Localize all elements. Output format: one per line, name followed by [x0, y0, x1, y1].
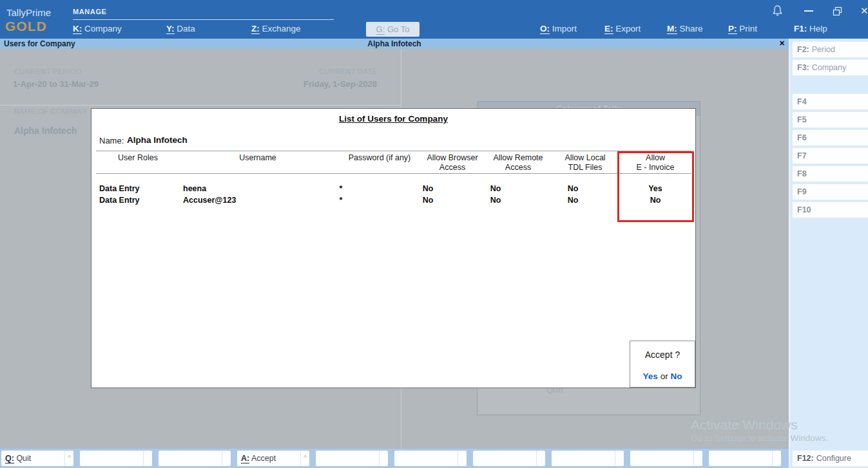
- accept-expand-caret[interactable]: ^: [300, 451, 309, 466]
- empty-action-slot: [80, 451, 152, 466]
- name-label: Name:: [99, 136, 124, 145]
- divider-line: [0, 105, 401, 106]
- empty-action-slot: [316, 451, 388, 466]
- minimize-icon[interactable]: [804, 0, 813, 22]
- strip-company-name: Alpha Infotech: [0, 39, 789, 48]
- accept-no-link[interactable]: No: [670, 371, 682, 381]
- col-header-allow-tdl: Allow LocalTDL Files: [564, 153, 605, 173]
- col-header-allow-remote: Allow RemoteAccess: [493, 153, 543, 173]
- empty-action-slot: [159, 451, 231, 466]
- menu-export[interactable]: E Export: [604, 24, 641, 33]
- col-header-password: Password (if any): [349, 153, 411, 163]
- quit-button[interactable]: Q Quit ^: [1, 451, 73, 466]
- sidebar-f9[interactable]: F9: [792, 183, 868, 200]
- table-header-top-rule: [96, 151, 691, 151]
- sidebar-f5[interactable]: F5: [792, 111, 868, 128]
- sidebar-f2-period[interactable]: F2Period: [792, 41, 868, 58]
- notification-bell-icon[interactable]: [772, 0, 783, 22]
- menu-print[interactable]: P Print: [728, 24, 757, 33]
- product-name: TallyPrime: [6, 7, 51, 18]
- col-header-user-roles: User Roles: [118, 153, 158, 163]
- users-list-dialog: List of Users for Company Name: Alpha In…: [91, 108, 696, 388]
- manage-section-label: MANAGE: [73, 8, 107, 15]
- function-key-sidebar: F2Period F3Company F4 F5 F6 F7 F8 F9 F10…: [789, 39, 868, 468]
- menu-data[interactable]: Y Data: [166, 24, 195, 33]
- empty-action-slot: [552, 451, 624, 466]
- name-of-company-label: NAME OF COMPANY: [14, 108, 88, 115]
- company-name-dimmed: Alpha Infotech: [14, 126, 77, 136]
- name-value: Alpha Infotech: [127, 135, 188, 145]
- sidebar-f7[interactable]: F7: [792, 147, 868, 164]
- manage-underline: [73, 19, 334, 20]
- empty-action-slot: [394, 451, 467, 466]
- current-date-value: Friday, 1-Sep-2028: [245, 79, 377, 89]
- current-date-label: CURRENT DATE: [245, 68, 377, 75]
- dialog-title: List of Users for Company: [92, 114, 695, 124]
- quit-expand-caret[interactable]: ^: [64, 451, 73, 466]
- menu-company[interactable]: K Company: [73, 24, 122, 33]
- bottom-action-bar: Q Quit ^ A Accept ^: [0, 449, 789, 468]
- col-header-allow-browser: Allow BrowserAccess: [427, 153, 477, 173]
- empty-action-slot: [473, 451, 545, 466]
- accept-or-text: or: [661, 371, 668, 381]
- empty-action-slot: [630, 451, 702, 466]
- accept-options: Yes or No: [630, 371, 695, 381]
- sidebar-f8[interactable]: F8: [792, 165, 868, 182]
- menu-go-to[interactable]: G Go To: [366, 22, 420, 37]
- accept-button[interactable]: A Accept ^: [237, 451, 309, 466]
- einvoice-column-highlight: [617, 151, 694, 222]
- current-period-value: 1-Apr-20 to 31-Mar-29: [13, 79, 99, 89]
- empty-action-slot: [709, 451, 781, 466]
- accept-confirmation-box: Accept ? Yes or No: [630, 341, 695, 388]
- table-header-bottom-rule: [96, 173, 691, 174]
- col-header-username: Username: [239, 153, 276, 163]
- product-edition: GOLD: [5, 19, 47, 34]
- screen-title: Users for Company: [4, 39, 75, 48]
- close-window-icon[interactable]: ✕: [860, 0, 868, 22]
- menu-help[interactable]: F1 Help: [794, 24, 827, 33]
- restore-window-icon[interactable]: [833, 0, 842, 22]
- sidebar-f6[interactable]: F6: [792, 129, 868, 146]
- accept-question: Accept ?: [630, 350, 695, 360]
- sidebar-f4[interactable]: F4: [792, 93, 868, 110]
- current-period-label: CURRENT PERIOD: [14, 68, 81, 75]
- accept-yes-link[interactable]: Yes: [643, 371, 658, 381]
- menu-import[interactable]: O Import: [540, 24, 577, 33]
- menu-exchange[interactable]: Z Exchange: [251, 24, 301, 33]
- tallyprime-window: TallyPrime GOLD MANAGE K Company Y Data …: [0, 0, 868, 468]
- sidebar-f12-configure[interactable]: F12Configure: [792, 450, 868, 467]
- close-screen-icon[interactable]: ✕: [779, 39, 785, 48]
- top-menu-bar: TallyPrime GOLD MANAGE K Company Y Data …: [0, 0, 868, 39]
- sidebar-f10[interactable]: F10: [792, 201, 868, 218]
- sidebar-f3-company[interactable]: F3Company: [792, 59, 868, 76]
- screen-title-strip: Alpha Infotech Users for Company ✕: [0, 39, 789, 49]
- menu-share[interactable]: M Share: [667, 24, 703, 33]
